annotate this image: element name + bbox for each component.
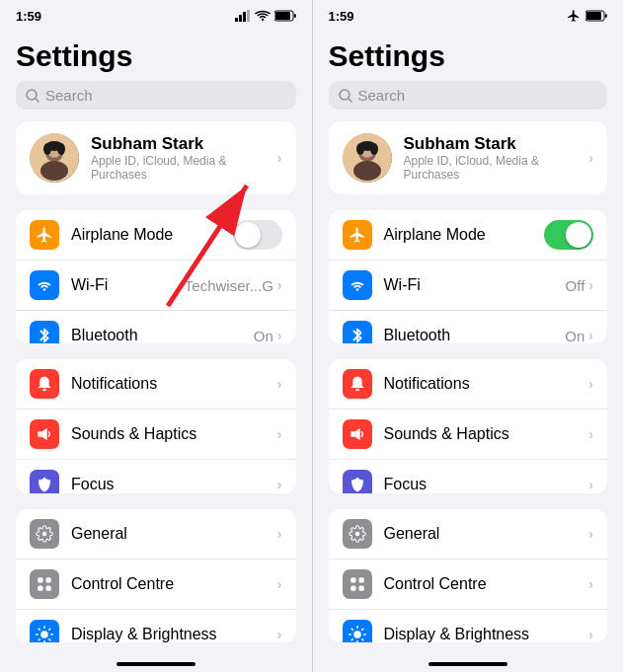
- avatar-left: [30, 133, 79, 183]
- profile-row-left[interactable]: Subham Stark Apple ID, iCloud, Media & P…: [16, 121, 296, 194]
- avatar-image-left: [30, 133, 79, 183]
- row-wifi-left[interactable]: Wi-Fi Techwiser...G ›: [16, 261, 296, 311]
- row-bluetooth-right[interactable]: Bluetooth On ›: [329, 311, 608, 343]
- row-controlcentre-right[interactable]: Control Centre ›: [329, 560, 608, 610]
- svg-point-66: [355, 389, 359, 392]
- airplane-toggle-left[interactable]: [233, 220, 282, 250]
- focus-chevron-left: ›: [277, 477, 282, 492]
- section3-right: General › Control Centre ›: [329, 509, 608, 642]
- wifi-icon: [255, 10, 271, 22]
- controlcentre-chevron-left: ›: [277, 576, 282, 592]
- svg-point-11: [40, 161, 68, 181]
- svg-line-34: [39, 629, 39, 630]
- sounds-icon-right: [343, 419, 372, 449]
- bluetooth-icon-left: [30, 321, 59, 343]
- row-notifications-left[interactable]: Notifications ›: [16, 359, 296, 410]
- airplane-toggle-knob-right: [566, 222, 591, 248]
- focus-label-right: Focus: [384, 476, 589, 492]
- connectivity-section-right: Airplane Mode Wi-Fi Off ›: [329, 210, 608, 343]
- section3-left: General › Control Centre ›: [16, 509, 296, 642]
- general-chevron-right: ›: [588, 526, 593, 542]
- svg-point-4: [261, 19, 263, 21]
- bluetooth-label-right: Bluetooth: [384, 327, 566, 343]
- svg-rect-74: [358, 585, 363, 590]
- general-label-right: General: [384, 525, 589, 543]
- general-chevron-left: ›: [277, 526, 282, 542]
- focus-chevron-right: ›: [588, 477, 593, 492]
- svg-point-31: [40, 631, 48, 638]
- search-placeholder-right: Search: [358, 87, 406, 104]
- row-focus-right[interactable]: Focus ›: [329, 460, 608, 492]
- svg-rect-2: [243, 12, 246, 22]
- airplane-toggle-knob-left: [235, 222, 261, 248]
- row-general-left[interactable]: General ›: [16, 509, 296, 560]
- airplane-icon-right: [343, 220, 372, 250]
- row-bluetooth-left[interactable]: Bluetooth On ›: [16, 311, 296, 343]
- row-general-right[interactable]: General ›: [329, 509, 608, 560]
- wifi-row-icon-left: [30, 270, 59, 300]
- svg-point-61: [370, 143, 378, 155]
- avatar-right: [343, 133, 392, 183]
- controlcentre-label-left: Control Centre: [71, 575, 277, 593]
- airplane-toggle-right[interactable]: [544, 220, 593, 250]
- controlcentre-icon-right: [343, 569, 372, 599]
- svg-rect-72: [358, 577, 363, 582]
- svg-rect-73: [350, 585, 355, 590]
- svg-rect-29: [38, 585, 42, 590]
- focus-icon-right: [343, 470, 372, 492]
- signal-icon: [235, 10, 251, 22]
- display-chevron-right: ›: [588, 627, 593, 642]
- row-sounds-left[interactable]: Sounds & Haptics ›: [16, 410, 296, 460]
- profile-chevron-left: ›: [277, 150, 282, 166]
- battery-icon: [274, 10, 296, 22]
- home-indicator-right: [428, 662, 507, 666]
- search-bar-left[interactable]: Search: [16, 81, 296, 110]
- row-sounds-right[interactable]: Sounds & Haptics ›: [329, 410, 608, 460]
- svg-point-16: [57, 143, 65, 155]
- svg-line-78: [351, 629, 352, 630]
- wifi-chevron-right: ›: [588, 277, 593, 293]
- sounds-label-left: Sounds & Haptics: [71, 425, 277, 443]
- search-bar-right[interactable]: Search: [329, 81, 608, 110]
- svg-rect-0: [235, 18, 238, 22]
- bluetooth-icon-right: [343, 321, 372, 343]
- sounds-chevron-left: ›: [277, 426, 282, 442]
- svg-marker-23: [41, 428, 46, 440]
- svg-line-8: [36, 99, 39, 102]
- row-airplane-right[interactable]: Airplane Mode: [329, 210, 608, 261]
- row-airplane-left[interactable]: Airplane Mode: [16, 210, 296, 261]
- airplane-label-left: Airplane Mode: [71, 226, 233, 244]
- row-focus-left[interactable]: Focus ›: [16, 460, 296, 492]
- svg-rect-27: [38, 577, 42, 582]
- profile-info-left: Subham Stark Apple ID, iCloud, Media & P…: [91, 134, 277, 182]
- section2-left: Notifications › Sounds & Haptics ›: [16, 359, 296, 492]
- home-indicator-left: [117, 662, 195, 666]
- status-icons-right: [566, 9, 607, 23]
- airplane-label-right: Airplane Mode: [384, 226, 545, 244]
- notifications-label-left: Notifications: [71, 375, 277, 393]
- row-display-left[interactable]: Display & Brightness ›: [16, 610, 296, 642]
- profile-row-right[interactable]: Subham Stark Apple ID, iCloud, Media & P…: [329, 121, 608, 194]
- svg-point-75: [353, 631, 361, 638]
- bluetooth-value-right: On: [565, 328, 584, 344]
- row-controlcentre-left[interactable]: Control Centre ›: [16, 560, 296, 610]
- svg-point-26: [42, 531, 47, 536]
- display-icon-left: [30, 620, 59, 642]
- svg-point-15: [43, 143, 51, 155]
- connectivity-section-left: Airplane Mode Wi-Fi Techwiser...G ›: [16, 210, 296, 343]
- section2-right: Notifications › Sounds & Haptics ›: [329, 359, 608, 492]
- row-display-right[interactable]: Display & Brightness ›: [329, 610, 608, 642]
- general-icon-left: [30, 519, 59, 549]
- svg-point-60: [356, 143, 364, 155]
- search-icon-right: [339, 89, 352, 103]
- focus-label-left: Focus: [71, 476, 277, 492]
- notifications-chevron-right: ›: [588, 376, 593, 392]
- status-time-left: 1:59: [16, 9, 41, 24]
- bluetooth-chevron-right: ›: [588, 328, 593, 343]
- row-notifications-right[interactable]: Notifications ›: [329, 359, 608, 410]
- svg-line-38: [39, 638, 39, 639]
- row-wifi-right[interactable]: Wi-Fi Off ›: [329, 261, 608, 311]
- controlcentre-label-right: Control Centre: [384, 575, 589, 593]
- sounds-chevron-right: ›: [588, 426, 593, 442]
- bluetooth-value-left: On: [254, 328, 273, 344]
